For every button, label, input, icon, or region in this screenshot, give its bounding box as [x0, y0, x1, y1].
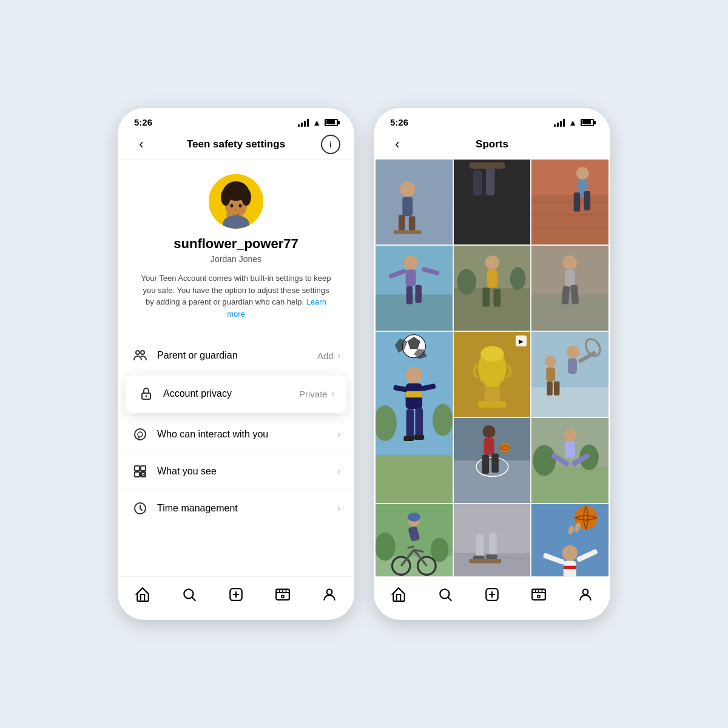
privacy-chevron: ›: [331, 388, 334, 399]
grid-cell-3[interactable]: [531, 160, 608, 244]
header-right: ‹ Sports: [376, 130, 608, 160]
photo-10-svg: [454, 418, 531, 503]
reels-nav-right[interactable]: [527, 583, 550, 606]
grid-cell-10[interactable]: [454, 418, 531, 503]
grid-cell-9[interactable]: [531, 332, 608, 417]
back-button-right[interactable]: ‹: [388, 135, 407, 154]
time-chevron: ›: [337, 503, 340, 514]
svg-point-28: [400, 181, 415, 197]
svg-point-48: [403, 255, 417, 269]
grid-cell-2[interactable]: [454, 160, 531, 244]
svg-rect-32: [394, 230, 422, 234]
photo-5-svg: [454, 246, 531, 331]
add-nav-right[interactable]: [480, 583, 504, 606]
svg-rect-16: [135, 466, 140, 471]
username: sunflower_power77: [174, 236, 298, 252]
grid-cell-15[interactable]: [531, 504, 608, 576]
svg-rect-47: [376, 295, 453, 331]
back-button-left[interactable]: ‹: [132, 135, 151, 154]
signal-icon: [298, 118, 309, 127]
settings-item-time[interactable]: Time management ›: [120, 490, 352, 527]
battery-icon-right: [581, 119, 594, 126]
grid-cell-4[interactable]: [376, 246, 453, 331]
svg-point-15: [135, 429, 146, 440]
svg-point-7: [239, 204, 242, 207]
svg-point-4: [221, 189, 231, 206]
status-bar-right: 5:26 ▲: [376, 110, 608, 130]
svg-rect-105: [484, 438, 494, 454]
svg-rect-99: [547, 382, 553, 396]
svg-point-120: [431, 538, 449, 562]
bottom-nav-right: [376, 576, 608, 618]
profile-section: sunflower_power77 Jordan Jones Your Teen…: [120, 160, 352, 329]
bottom-nav-left: [120, 576, 352, 618]
svg-rect-70: [376, 455, 453, 503]
reels-nav-left[interactable]: [271, 583, 294, 606]
svg-rect-61: [493, 289, 500, 307]
svg-point-97: [545, 356, 556, 367]
svg-point-90: [480, 346, 504, 362]
grid-cell-8[interactable]: ▶: [454, 332, 531, 417]
svg-point-119: [376, 533, 396, 561]
svg-rect-79: [406, 391, 422, 398]
grid-cell-14[interactable]: [454, 504, 531, 576]
grid-cell-7-large[interactable]: [376, 332, 453, 503]
grid-cell-13[interactable]: [376, 504, 453, 576]
settings-item-see[interactable]: What you see ›: [120, 453, 352, 490]
svg-rect-35: [485, 167, 494, 196]
description: Your Teen Account comes with built-in se…: [132, 272, 340, 320]
svg-rect-106: [482, 454, 489, 474]
svg-rect-60: [482, 288, 490, 307]
photo-2-svg: [454, 160, 531, 244]
svg-rect-98: [547, 367, 556, 381]
grid-cell-6[interactable]: [531, 246, 608, 331]
grid-cell-1[interactable]: [376, 160, 453, 244]
header-left: ‹ Teen safety settings i: [120, 130, 352, 160]
svg-rect-88: [478, 401, 506, 408]
svg-rect-114: [565, 441, 575, 457]
svg-point-25: [281, 595, 284, 598]
header-title-right: Sports: [476, 138, 508, 150]
grid-cell-5[interactable]: [454, 246, 531, 331]
svg-rect-143: [564, 566, 576, 569]
svg-rect-100: [554, 382, 559, 396]
signal-icon-right: [554, 118, 565, 127]
interact-chevron: ›: [337, 429, 340, 440]
time-right: 5:26: [390, 117, 408, 127]
right-phone: 5:26 ▲ ‹ Sports: [374, 108, 610, 620]
profile-nav-left[interactable]: [318, 583, 341, 606]
wifi-icon: ▲: [312, 118, 321, 127]
sports-content: ▶: [376, 160, 608, 576]
wifi-icon-right: ▲: [568, 118, 577, 127]
content-icon: [132, 463, 149, 480]
settings-item-interact[interactable]: Who can interact with you ›: [120, 416, 352, 453]
svg-point-72: [433, 404, 453, 436]
grid-cell-11[interactable]: [531, 418, 608, 503]
info-button[interactable]: i: [321, 135, 340, 154]
see-label: What you see: [157, 466, 337, 477]
photo-4-svg: [376, 246, 453, 331]
search-nav-left[interactable]: [178, 583, 201, 606]
svg-rect-138: [485, 554, 497, 559]
svg-rect-38: [531, 195, 608, 244]
svg-point-5: [241, 189, 251, 206]
settings-item-privacy[interactable]: Account privacy Private ›: [126, 375, 346, 412]
home-nav-right[interactable]: [387, 583, 410, 606]
svg-rect-139: [469, 559, 501, 563]
svg-rect-49: [406, 269, 416, 286]
svg-point-14: [146, 396, 147, 397]
svg-rect-94: [568, 359, 577, 374]
search-nav-right[interactable]: [434, 583, 457, 606]
profile-nav-right[interactable]: [574, 583, 597, 606]
svg-point-108: [500, 442, 510, 453]
svg-point-113: [564, 428, 576, 441]
svg-rect-84: [403, 436, 414, 441]
home-nav-left[interactable]: [131, 583, 154, 606]
add-nav-left[interactable]: [224, 583, 248, 606]
left-content: sunflower_power77 Jordan Jones Your Teen…: [120, 160, 352, 576]
svg-point-141: [562, 545, 578, 561]
interact-label: Who can interact with you: [157, 429, 337, 440]
privacy-value: Private: [299, 389, 328, 399]
settings-item-parent[interactable]: Parent or guardian Add ›: [120, 337, 352, 374]
svg-rect-85: [414, 434, 424, 439]
